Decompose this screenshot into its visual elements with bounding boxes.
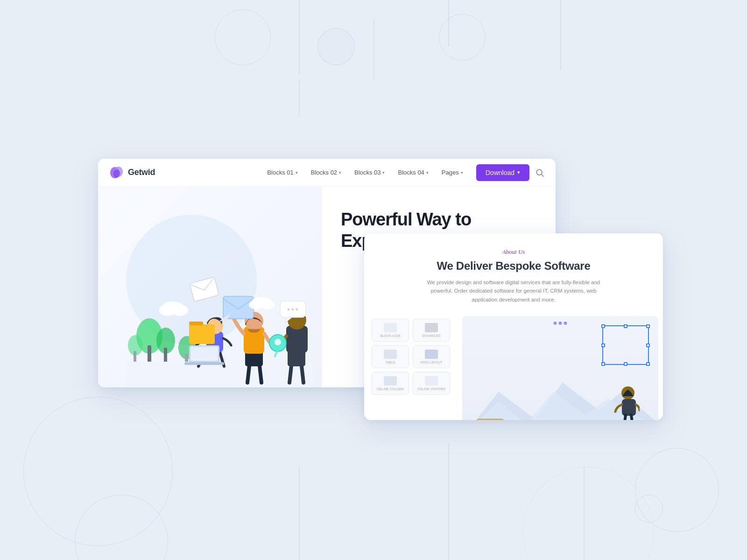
main-wrapper: Getwid Blocks 01 ▾ Blocks 02 ▾ Blocks 03… [98, 112, 649, 448]
preview-inner [462, 316, 658, 420]
svg-point-2 [113, 169, 120, 178]
dots-row [554, 322, 567, 325]
block-item: TABLE [372, 345, 409, 368]
about-content: BLOCK ICON ENHANCED TABLE GRID LAYOUT ON… [364, 311, 663, 420]
selection-handle [601, 362, 605, 366]
logo-area: Getwid [109, 165, 155, 180]
svg-point-33 [296, 308, 298, 311]
search-icon[interactable] [535, 168, 544, 177]
selection-handle [601, 324, 605, 328]
logo-text: Getwid [128, 168, 155, 177]
block-icon [384, 350, 397, 359]
svg-rect-18 [190, 347, 218, 361]
preview-area [458, 311, 663, 420]
block-item: GRID LAYOUT [413, 345, 450, 368]
block-icon [425, 323, 438, 332]
download-button[interactable]: Download ▾ [476, 164, 529, 181]
about-title: We Deliver Bespoke Software [383, 259, 644, 273]
svg-rect-19 [184, 362, 224, 365]
about-header: About Us We Deliver Bespoke Software We … [364, 233, 663, 311]
selection-box [602, 325, 649, 365]
svg-point-32 [292, 308, 294, 311]
block-icon [425, 350, 438, 359]
selection-handle [601, 343, 605, 347]
hero-illustration [98, 187, 322, 387]
navigation-bar: Getwid Blocks 01 ▾ Blocks 02 ▾ Blocks 03… [98, 159, 556, 187]
block-icon [384, 376, 397, 385]
dot [554, 322, 557, 325]
selection-handle [646, 362, 650, 366]
svg-rect-24 [286, 326, 308, 353]
selection-handle [624, 324, 627, 328]
svg-point-3 [536, 169, 542, 175]
chevron-down-icon: ▾ [426, 170, 429, 175]
chevron-down-icon: ▾ [382, 170, 385, 175]
svg-rect-35 [189, 322, 203, 325]
nav-item-blocks01[interactable]: Blocks 01 ▾ [261, 166, 303, 179]
logo-icon [109, 165, 124, 180]
block-item: BLOCK ICON [372, 319, 409, 342]
nav-item-pages[interactable]: Pages ▾ [436, 166, 469, 179]
hero-people-illustration [98, 187, 322, 387]
svg-point-38 [171, 305, 188, 316]
block-item: ONLINE COLUMN [372, 372, 409, 395]
block-item: ONLINE VISITORS [413, 372, 450, 395]
block-icon [425, 376, 438, 385]
yellow-button-bar [476, 419, 504, 420]
dot [564, 322, 567, 325]
block-icon [384, 323, 397, 332]
about-description: We provide design and software digital s… [425, 278, 602, 304]
chevron-down-icon: ▾ [339, 170, 341, 175]
chevron-down-icon: ▾ [461, 170, 463, 175]
nav-links: Blocks 01 ▾ Blocks 02 ▾ Blocks 03 ▾ Bloc… [261, 166, 468, 179]
dot [559, 322, 562, 325]
chevron-down-icon: ▾ [517, 169, 520, 175]
selection-handle [646, 324, 650, 328]
selection-handle [624, 362, 627, 366]
person-preview-illustration [602, 381, 640, 420]
blocks-panel: BLOCK ICON ENHANCED TABLE GRID LAYOUT ON… [364, 311, 458, 420]
nav-item-blocks04[interactable]: Blocks 04 ▾ [392, 166, 434, 179]
svg-rect-45 [622, 399, 636, 416]
about-card: About Us We Deliver Bespoke Software We … [364, 233, 663, 420]
about-subtitle: About Us [383, 248, 644, 256]
svg-rect-13 [126, 362, 313, 387]
selection-handle [646, 343, 650, 347]
nav-item-blocks02[interactable]: Blocks 02 ▾ [305, 166, 347, 179]
nav-item-blocks03[interactable]: Blocks 03 ▾ [349, 166, 390, 179]
svg-point-27 [275, 339, 281, 345]
svg-rect-34 [189, 324, 215, 344]
chevron-down-icon: ▾ [296, 170, 298, 175]
svg-point-31 [288, 308, 290, 311]
block-item: ENHANCED [413, 319, 450, 342]
svg-line-4 [542, 174, 544, 176]
svg-point-41 [261, 300, 275, 309]
svg-rect-29 [190, 277, 219, 301]
